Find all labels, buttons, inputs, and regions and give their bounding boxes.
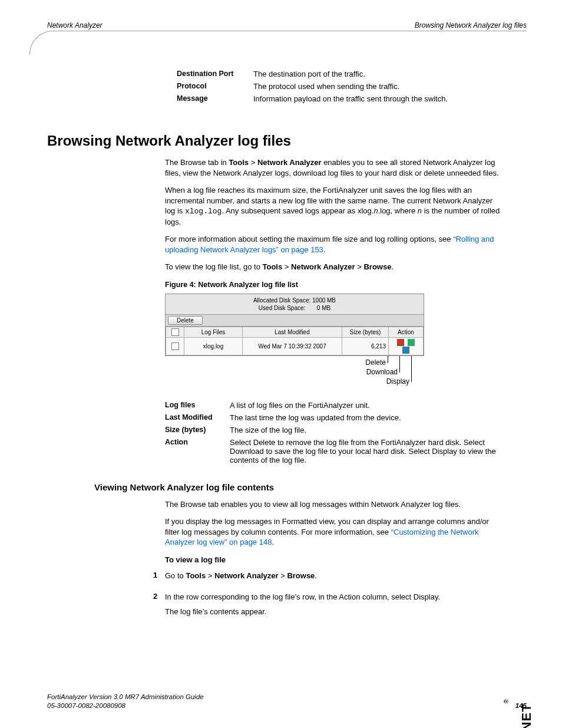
section-heading: Browsing Network Analyzer log files [47, 133, 527, 149]
def-desc: Select Delete to remove the log file fro… [230, 438, 503, 465]
page-corner-decoration [29, 31, 54, 55]
def-desc: The protocol used when sending the traff… [253, 82, 503, 91]
text: The Browse tab in [165, 158, 229, 167]
def-desc: A list of log files on the FortiAnalyzer… [230, 401, 503, 410]
callout-delete: Delete [342, 358, 386, 367]
download-icon[interactable] [408, 339, 415, 346]
paragraph: The Browse tab enables you to view all l… [165, 499, 503, 510]
page-footer: FortiAnalyzer Version 3.0 MR7 Administra… [47, 693, 527, 710]
step-body: In the row corresponding to the log file… [165, 592, 503, 622]
figure-toolbar: Delete [166, 314, 424, 327]
def-desc: The size of the log file. [230, 426, 503, 434]
subsection-heading: Viewing Network Analyzer log file conten… [94, 482, 527, 492]
def-term: Destination Port [177, 70, 253, 78]
procedure-steps: 1 Go to Tools > Network Analyzer > Brows… [153, 571, 503, 622]
breadcrumb-part: Browse [363, 262, 391, 271]
text: . [315, 571, 317, 580]
cell-last-modified: Wed Mar 7 10:39:32 2007 [243, 337, 342, 355]
paragraph: The Browse tab in Tools > Network Analyz… [165, 157, 503, 178]
step: 2 In the row corresponding to the log fi… [153, 592, 503, 622]
callout-display: Display [353, 377, 409, 386]
def-desc: The last time the log was updated from t… [230, 413, 503, 422]
breadcrumb-part: Browse [287, 571, 315, 580]
text: . Any subsequent saved logs appear as xl… [222, 206, 373, 215]
callout-line [411, 356, 412, 382]
def-term: Log files [165, 401, 230, 410]
def-desc: The destination port of the traffic. [253, 70, 503, 78]
cell-actions [389, 337, 424, 355]
checkbox[interactable] [171, 342, 179, 350]
step-number: 1 [153, 571, 165, 586]
callout-line [388, 356, 388, 363]
paragraph: When a log file reaches its maximum size… [165, 185, 503, 227]
text: > [279, 571, 287, 580]
procedure-heading: To view a log file [165, 555, 503, 565]
cell-log-name: xlog.log [184, 337, 243, 355]
row-checkbox-cell [166, 337, 184, 355]
footer-title: FortiAnalyzer Version 3.0 MR7 Administra… [47, 693, 204, 700]
breadcrumb-part: Network Analyzer [291, 262, 355, 271]
value: 1000 MB [312, 297, 336, 304]
step-number: 2 [153, 592, 165, 622]
text: . [272, 538, 274, 546]
header-right: Browsing Network Analyzer log files [415, 21, 527, 29]
table-header-row: Log Files Last Modified Size (bytes) Act… [166, 327, 424, 337]
text: > [282, 262, 291, 271]
step-body: Go to Tools > Network Analyzer > Browse. [165, 571, 503, 586]
column-definitions: Log files A list of log files on the For… [165, 401, 503, 465]
def-row: Message Information payload on the traff… [177, 94, 503, 103]
def-term: Message [177, 94, 253, 103]
paragraph: To view the log file list, go to Tools >… [165, 262, 503, 272]
code-literal: xlog.log [185, 207, 222, 216]
figure-disk-space: Allocated Disk Space: 1000 MB Used Disk … [166, 294, 424, 314]
text: Go to [165, 571, 186, 580]
col-last-modified: Last Modified [243, 327, 342, 337]
text: . [323, 245, 326, 254]
def-row: Size (bytes) The size of the log file. [165, 426, 503, 434]
delete-icon[interactable] [397, 339, 404, 346]
def-row: Action Select Delete to remove the log f… [165, 438, 503, 465]
footer-docid: 05-30007-0082-20080908 [47, 702, 125, 709]
text: The log file’s contents appear. [165, 607, 503, 617]
header-rule [53, 31, 527, 31]
col-action: Action [389, 327, 424, 337]
checkbox[interactable] [171, 328, 179, 336]
def-row: Last Modified The last time the log was … [165, 413, 503, 422]
display-icon[interactable] [402, 347, 409, 354]
breadcrumb-part: Tools [186, 571, 206, 580]
value: 0 MB [317, 305, 330, 311]
def-term: Size (bytes) [165, 426, 230, 434]
def-row: Protocol The protocol used when sending … [177, 82, 503, 91]
figure-log-file-list: Allocated Disk Space: 1000 MB Used Disk … [165, 294, 424, 356]
variable: n [418, 206, 422, 215]
breadcrumb-part: Network Analyzer [214, 571, 279, 580]
label: Allocated Disk Space: [253, 297, 310, 304]
page-number: 145 [515, 701, 527, 710]
figure-table: Log Files Last Modified Size (bytes) Act… [166, 327, 424, 355]
paragraph: For more information about setting the m… [165, 234, 503, 255]
step: 1 Go to Tools > Network Analyzer > Brows… [153, 571, 503, 586]
checkbox-header [166, 327, 184, 337]
variable: n [373, 206, 378, 215]
label: Used Disk Space: [259, 305, 305, 311]
col-log-files: Log Files [184, 327, 243, 337]
text: In the row corresponding to the log file… [165, 592, 503, 602]
text: For more information about setting the m… [165, 235, 453, 243]
def-desc: Information payload on the traffic sent … [253, 94, 503, 103]
def-term: Action [165, 438, 230, 465]
def-term: Protocol [177, 82, 253, 91]
text: To view the log file list, go to [165, 262, 262, 271]
header-left: Network Analyzer [47, 21, 103, 29]
text: > [206, 571, 214, 580]
delete-button[interactable]: Delete [168, 316, 203, 325]
cell-size: 6,213 [342, 337, 389, 355]
paragraph: If you display the log messages in Forma… [165, 516, 503, 548]
text: .log, where [378, 206, 418, 215]
callout-line [399, 356, 400, 373]
callout-download: Download [342, 368, 398, 376]
text: > [249, 158, 257, 167]
def-row: Destination Port The destination port of… [177, 70, 503, 78]
figure-callouts: Delete Download Display [165, 356, 423, 389]
figure-caption: Figure 4: Network Analyzer log file list [165, 281, 503, 289]
def-row: Log files A list of log files on the For… [165, 401, 503, 410]
